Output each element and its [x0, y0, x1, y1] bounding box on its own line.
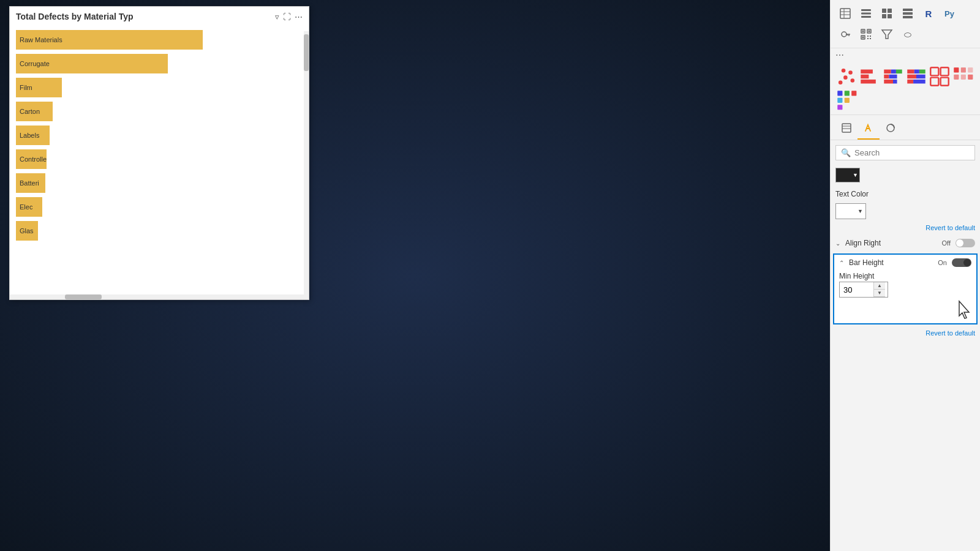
svg-point-32 [842, 69, 846, 73]
svg-rect-46 [919, 70, 925, 74]
r-script-icon[interactable]: R [919, 4, 938, 23]
svg-rect-59 [961, 75, 966, 80]
bar-label: Batteri [20, 179, 39, 187]
bar-label: Film [20, 84, 32, 91]
svg-rect-37 [884, 70, 891, 74]
bar-height-toggle[interactable] [952, 258, 971, 267]
bar-height-section: ⌃ Bar Height On Min Height ▲ ▼ [833, 253, 978, 324]
svg-rect-55 [954, 67, 959, 72]
chart-title: Total Defects by Material Typ [16, 12, 271, 21]
spinner-up[interactable]: ▲ [874, 282, 885, 290]
search-bar: 🔍 [835, 145, 975, 160]
svg-rect-64 [837, 98, 842, 103]
expand-icon[interactable]: ⛶ [283, 12, 291, 21]
svg-rect-45 [914, 70, 919, 74]
svg-rect-12 [903, 12, 913, 15]
spinner-down[interactable]: ▼ [874, 290, 885, 297]
bar-row: Corrugate [16, 53, 303, 75]
text-color-swatch[interactable]: ▼ [835, 203, 866, 219]
svg-rect-7 [882, 9, 886, 13]
min-height-spinner: ▲ ▼ [839, 282, 888, 298]
svg-rect-40 [884, 75, 889, 79]
filter-icon[interactable]: ▿ [275, 12, 279, 21]
small-multiples-icon[interactable] [929, 66, 951, 88]
svg-rect-35 [861, 75, 869, 79]
dots-separator: ⋯ [831, 48, 980, 62]
svg-rect-26 [867, 38, 869, 39]
bar-height-row[interactable]: ⌃ Bar Height On [839, 258, 971, 269]
table-icon[interactable] [835, 4, 855, 23]
svg-rect-47 [907, 75, 916, 79]
svg-point-14 [842, 32, 846, 37]
svg-rect-19 [862, 31, 864, 32]
bar-label: Glas [20, 227, 34, 234]
svg-rect-60 [968, 75, 973, 80]
viz-icons-row [831, 62, 980, 115]
svg-rect-23 [862, 37, 864, 39]
svg-rect-44 [907, 70, 914, 74]
svg-rect-43 [893, 80, 897, 84]
colored-grid-icon[interactable] [835, 89, 858, 111]
svg-rect-10 [888, 14, 892, 18]
svg-rect-48 [916, 75, 925, 79]
svg-rect-66 [837, 105, 842, 110]
key-icon[interactable] [835, 24, 855, 44]
align-right-toggle[interactable] [956, 239, 975, 247]
python-icon[interactable]: Py [940, 4, 959, 23]
revert-default-2[interactable]: Revert to default [831, 327, 980, 339]
grid-icon[interactable] [952, 66, 974, 88]
svg-rect-8 [888, 9, 892, 13]
svg-rect-13 [903, 16, 913, 18]
tab-analytics[interactable] [880, 118, 902, 140]
svg-rect-34 [861, 70, 873, 74]
bar-height-state: On [938, 259, 947, 266]
search-icon: 🔍 [841, 148, 851, 157]
align-right-chevron: ⌄ [835, 240, 840, 247]
svg-point-33 [851, 78, 855, 83]
more-icon[interactable]: ⋯ [295, 12, 303, 21]
main-canvas: Total Defects by Material Typ ▿ ⛶ ⋯ Raw … [0, 0, 830, 551]
chart-hscrollbar[interactable] [10, 294, 304, 299]
matrix-icon[interactable] [877, 4, 897, 23]
svg-rect-65 [845, 98, 850, 103]
scrollbar-thumb [304, 34, 309, 71]
toolbar-row-1: R Py ⬭ [831, 0, 980, 48]
hscrollbar-thumb [65, 294, 102, 299]
svg-rect-54 [941, 78, 949, 86]
svg-rect-50 [913, 80, 925, 84]
align-right-row[interactable]: ⌄ Align Right Off [831, 234, 980, 251]
bg-color-swatch[interactable]: ▼ [835, 168, 860, 182]
color-dropdown-arrow: ▼ [853, 172, 858, 178]
revert-default-1[interactable]: Revert to default [831, 222, 980, 234]
settings-panel: 🔍 ▼ Text Color ▼ Revert to default ⌄ Ali… [831, 140, 980, 551]
min-height-input[interactable] [840, 283, 873, 296]
svg-rect-53 [930, 78, 938, 86]
tab-format[interactable] [858, 118, 880, 140]
smart-filter-icon[interactable] [877, 24, 897, 44]
svg-rect-52 [941, 67, 949, 75]
qr-icon[interactable] [856, 24, 876, 44]
svg-rect-57 [968, 67, 973, 72]
svg-rect-58 [954, 75, 959, 80]
bar-row: Carton [16, 100, 303, 122]
svg-point-29 [839, 81, 843, 85]
slicer-icon[interactable] [856, 4, 876, 23]
search-input[interactable] [854, 148, 970, 157]
shape-icon[interactable]: ⬭ [898, 24, 918, 44]
bar-row: Elec [16, 196, 303, 218]
stacked-bar-icon[interactable] [882, 66, 904, 88]
scatter-icon[interactable] [835, 66, 858, 88]
svg-rect-51 [930, 67, 938, 75]
chart-scrollbar[interactable] [304, 31, 309, 299]
bar-label: Corrugate [20, 60, 50, 67]
min-height-label: Min Height [839, 269, 971, 282]
svg-rect-67 [842, 124, 851, 132]
svg-rect-41 [889, 75, 897, 79]
svg-point-30 [843, 75, 848, 80]
tab-fields[interactable] [835, 118, 858, 140]
bar-label: Controlle [20, 156, 47, 163]
hbar-icon[interactable] [859, 66, 881, 88]
bar-row: Glas [16, 220, 303, 242]
100pct-bar-icon[interactable] [905, 66, 927, 88]
multirow-icon[interactable] [898, 4, 918, 23]
